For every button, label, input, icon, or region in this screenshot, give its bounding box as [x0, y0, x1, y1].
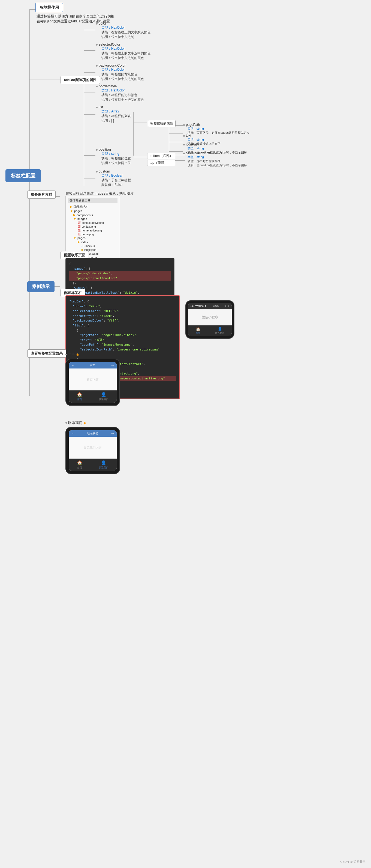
tabbar-usage-line1: 通过标签栏可以便方便的在多个页面之间进行切换	[36, 14, 114, 19]
phone-home-tab-home: 🏠 首页	[77, 392, 82, 401]
phone-preview-tabbar: ●●● WeChat▼ 16:25 ⊕ ⊕ 微信小程序 🏠 首页 👤 联系我们	[186, 300, 234, 339]
prop-backgroundcolor-type: 类型：HexColor	[101, 67, 144, 72]
tab-code-1: "tabBar": {	[69, 299, 176, 304]
prop-borderstyle: borderStyle 类型：HexColor 功能：标签栏的边框颜色 说明：仅…	[96, 84, 144, 102]
contact-nav-back: ←	[71, 432, 74, 435]
phone-screen-1: ●●● WeChat▼ 16:25 ⊕ ⊕ 微信小程序 🏠 首页 👤 联系我们	[188, 303, 232, 336]
nav-back: ←	[71, 364, 74, 367]
nav-more: ⋯	[111, 364, 114, 367]
prop-selectediconpath-details: 类型：string 功能：选中时图标的路径 说明：当position值设置为to…	[188, 155, 247, 167]
contact-tab-home-icon: 🏠	[77, 460, 82, 465]
phone-contact-tabbar: 🏠 首页 👤 联系我们	[69, 459, 117, 471]
phone-contact-tab-home: 🏠 首页	[77, 460, 82, 469]
phone-contact-screen: ← 联系我们 ⋯ 联系我们内容 🏠 首页 👤 联系我们	[69, 430, 117, 471]
view-home-section: 首页 ◉ ← 首页 ⋯ 首页内容 🏠 首页	[65, 352, 120, 406]
prop-color-name: color	[96, 21, 150, 25]
prop-position: position 类型：string 功能：标签栏的位置 说明：仅支持两个值	[96, 147, 131, 165]
prop-custom-type: 类型：Boolean	[101, 173, 131, 178]
prepare-label: 准备图片素材	[27, 190, 56, 199]
code-line-4: "pages/contact/contact"	[69, 276, 171, 281]
phone-contact-nav: ← 联系我们 ⋯	[69, 430, 117, 437]
prop-selectedcolor-details: 类型：HexColor 功能：标签栏上的文字选中的颜色 说明：仅支持十六进制的颜…	[101, 46, 150, 60]
prop-selectediconpath-type: 类型：string	[188, 155, 247, 159]
prop-color-type: 类型：HexColor	[101, 25, 150, 30]
view-effect-label: 查看标签栏配置效果	[27, 349, 66, 358]
phone-home-tab-contact: 👤 联系我们	[99, 392, 108, 401]
prop-borderstyle-note: 说明：仅支持十六进制的颜色	[101, 97, 144, 102]
prop-custom-details: 类型：Boolean 功能：子当以标签栏 默认值：False	[101, 173, 131, 187]
bottom-credit: CSDN @ 弦月廿三	[340, 860, 366, 864]
contact-label-text: 联系我们	[68, 420, 82, 425]
contact-nav-title: 联系我们	[87, 432, 98, 435]
tab-code-3: "selectedColor": "#FF655",	[69, 309, 176, 314]
prop-pagepath: pagePath 类型：string 功能：页面路径，必须在pages数组里预先…	[183, 123, 250, 135]
tabbar-usage-section: 标签栏作用 通过标签栏可以便方便的在多个页面之间进行切换 在app.json文件…	[35, 3, 114, 24]
file-tree-title: 微信开发者工具	[68, 197, 117, 203]
prop-color-func: 功能：在标签栏上的文字默认颜色	[101, 30, 150, 35]
file-item-contact-active: 🖼contact-active.png	[68, 221, 117, 225]
tabbar-usage-box: 标签栏作用	[35, 3, 63, 12]
tab-code-4: "borderStyle": "black",	[69, 314, 176, 318]
contact-nav-more: ⋯	[111, 432, 114, 435]
home-placeholder: 首页内容	[87, 377, 99, 381]
file-item-images-folder: ▼images	[68, 217, 117, 221]
prop-custom-note: 默认值：False	[101, 183, 131, 187]
prop-text-type: 类型：string	[188, 137, 221, 142]
file-item-home: 🖼home.png	[68, 232, 117, 236]
phone-contact-content: 联系我们内容	[69, 437, 117, 459]
contact-tab-contact-text: 联系我们	[99, 466, 108, 469]
prop-backgroundcolor-func: 功能：标签栏的背景颜色	[101, 72, 144, 77]
tab-code-5: "backgroundColor": "#fff",	[69, 318, 176, 323]
prop-iconpath-type: 类型：string	[188, 146, 247, 150]
home-tab-home-icon: 🏠	[77, 392, 82, 397]
prop-position-details: 类型：string 功能：标签栏的位置 说明：仅支持两个值	[101, 152, 131, 165]
tab-code-11: "selectedIconPath": "images/home-active.…	[69, 347, 176, 352]
phone-mockup-1: ●●● WeChat▼ 16:25 ⊕ ⊕ 微信小程序 🏠 首页 👤 联系我们	[186, 300, 234, 339]
prop-color-note: 说明：仅支持十六进制	[101, 35, 150, 39]
prop-pagepath-name: pagePath	[183, 123, 250, 127]
code-line-2: "pages": [	[69, 267, 171, 271]
prop-list-note: 说明：[ ]	[101, 119, 131, 123]
prop-backgroundcolor-name: backgroundColor	[96, 63, 144, 67]
prop-list: list 类型：Array 功能：标签栏的列表 说明：[ ]	[96, 105, 131, 123]
case-demo-label: 案例演示	[27, 281, 55, 292]
home-label-text: 首页	[68, 352, 75, 357]
view-contact-label: 联系我们 ◉	[65, 420, 120, 425]
file-item-pages-root: ▶目录树结构	[68, 205, 117, 209]
prop-position-type: 类型：string	[101, 152, 131, 156]
prop-selectedcolor-name: selectedColor	[96, 42, 150, 46]
file-item-home-active: 🖼home-active.png	[68, 228, 117, 232]
prop-list-func: 功能：标签栏的列表	[101, 114, 131, 119]
prop-color-details: 类型：HexColor 功能：在标签栏上的文字默认颜色 说明：仅支持十六进制	[101, 25, 150, 39]
view-home-label: 首页 ◉	[65, 352, 120, 357]
phone-home-content: 首页内容	[69, 369, 117, 390]
prop-list-details: 类型：Array 功能：标签栏的列表 说明：[ ]	[101, 109, 131, 123]
prop-selectediconpath-name: selectedIconPath	[183, 151, 247, 155]
prop-position-note: 说明：仅支持两个值	[101, 161, 131, 165]
contact-label-icon: ◉	[83, 421, 86, 425]
status-carrier: ●●● WeChat▼	[190, 305, 207, 307]
prop-borderstyle-func: 功能：标签栏的边框颜色	[101, 93, 144, 97]
phone-tab-contact-1: 👤 联系我们	[215, 327, 224, 335]
prop-borderstyle-type: 类型：HexColor	[101, 88, 144, 93]
code-line-3: "pages/index/index",	[69, 271, 171, 276]
tabbar-props-label: tabBar配置项的属性	[61, 76, 100, 84]
status-time: 16:25	[213, 305, 219, 307]
home-tab-contact-text: 联系我们	[99, 398, 108, 401]
contact-icon-1: 👤	[217, 327, 222, 331]
prop-list-type: 类型：Array	[101, 109, 131, 114]
prop-selectedcolor-type: 类型：HexColor	[101, 46, 150, 51]
home-icon-1: 🏠	[196, 327, 200, 331]
prop-selectedcolor-func: 功能：标签栏上的文字选中的颜色	[101, 51, 150, 56]
prop-selectediconpath-func: 功能：选中时图标的路径	[188, 159, 247, 163]
view-contact-section: 联系我们 ◉ ← 联系我们 ⋯ 联系我们内容 🏠 首页	[65, 420, 120, 474]
phone-content-1: 微信小程序	[188, 309, 232, 326]
tab-code-10: "iconPath": "images/home.png",	[69, 342, 176, 347]
phone-home-screen: ← 首页 ⋯ 首页内容 🏠 首页 👤 联系我们	[69, 362, 117, 403]
file-item-pages: ▼pages	[68, 209, 117, 213]
file-item-index-folder: ▶index	[68, 240, 117, 244]
prop-selectedcolor: selectedColor 类型：HexColor 功能：标签栏上的文字选中的颜…	[96, 42, 150, 60]
tab-code-6: "list": [	[69, 323, 176, 328]
tabbar-usage-title: 标签栏作用	[40, 5, 59, 9]
phone-contact-tab-contact: 👤 联系我们	[99, 460, 108, 469]
